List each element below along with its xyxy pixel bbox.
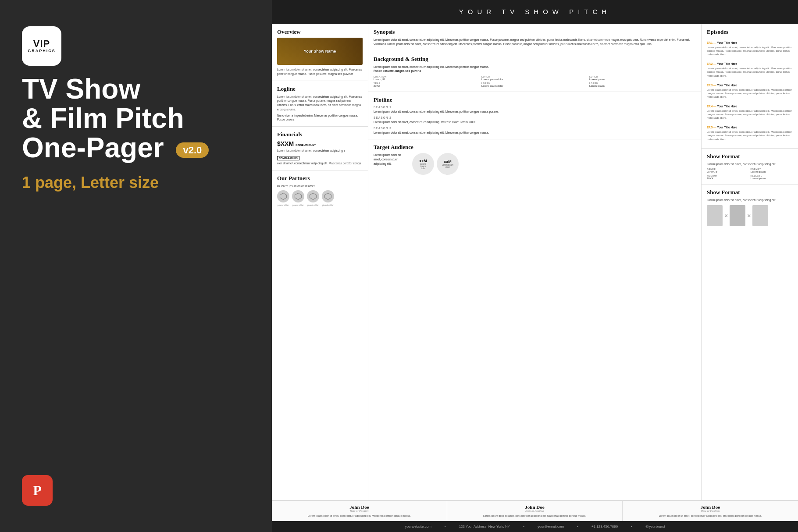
doc-header: YOUR TV SHOW PITCH — [272, 0, 798, 24]
episode-5: EP.5 — Your Title Here Lorem ipsum dolor… — [707, 122, 793, 141]
format-x-2: × — [747, 212, 751, 219]
background-info-grid: LOCATION Lorem, IP LOREM Lorem ipsum dol… — [374, 75, 696, 87]
raise-amount: $XXM — [277, 140, 294, 147]
partner-icon-4 — [322, 190, 334, 202]
footer-phone: +1 123.456.7890 — [591, 525, 618, 528]
show-format-top-title: Show Format — [707, 153, 793, 160]
left-panel: VIP GRAPHICS TV Show & Film Pitch One-Pa… — [0, 0, 272, 532]
team-role-1: Role or Position — [277, 510, 442, 512]
raise-label: raise amount — [296, 144, 316, 146]
financials-body: Lorem ipsum dolor sit amet, consectetuer… — [277, 149, 363, 153]
location-cell: LOCATION Lorem, IP — [374, 75, 480, 81]
team-bio-2: Lorem ipsum dolor sit amet, consectetuer… — [452, 514, 617, 518]
version-badge: v2.0 — [176, 142, 209, 158]
team-member-3: John Doe Role or Position Lorem ipsum do… — [623, 501, 798, 521]
lorem4-cell: LOREM Lorem ipsum — [589, 82, 696, 87]
logo-box: VIP GRAPHICS — [22, 26, 61, 66]
partners-subtitle: ## lorem ipsum dolor sit amet: — [277, 184, 363, 188]
partner-icon-2 — [292, 190, 304, 202]
logline-section: Logline Lorem ipsum dolor sit amet, cons… — [272, 81, 368, 127]
show-format-bottom-body: Lorem ipsum dolor sit amet, consectetur … — [707, 198, 793, 202]
season2-label: SEASON 2 — [374, 116, 696, 119]
lorem3-cell: LOREM Lorem ipsum dolor — [481, 82, 588, 87]
audience-desc-2: Lorem ipsumdolor — [442, 164, 453, 168]
footer-address: 123 Your Address, New York, NY — [459, 525, 510, 528]
audience-circle-2: xxM Lorem ipsumdolor — [437, 153, 459, 175]
background-bold: Fusce posuere, magna sed pulvina — [374, 69, 696, 73]
outer-container: VIP GRAPHICS TV Show & Film Pitch One-Pa… — [0, 0, 798, 532]
format-cell: FORMAT Lorem ipsum — [751, 168, 793, 173]
ep2-text: Lorem ipsum dolor sit amet, consectetuer… — [707, 67, 793, 77]
team-name-1: John Doe — [277, 504, 442, 510]
team-bio-1: Lorem ipsum dolor sit amet, consectetuer… — [277, 514, 442, 518]
logline-title: Logline — [277, 85, 363, 92]
ep5-title: Your Title Here — [716, 126, 737, 129]
team-name-2: John Doe — [452, 504, 617, 510]
right-panel: YOUR TV SHOW PITCH Overview Your Show Na… — [272, 0, 798, 532]
main-title: TV Show & Film Pitch One-Pager v2.0 — [22, 74, 250, 163]
synopsis-body: Lorem ipsum dolor sit amet, consectetuer… — [374, 38, 696, 46]
genre-cell: GENRE Lorem, IP — [707, 168, 749, 173]
overview-body: Lorem ipsum dolor sit amet, consectetuer… — [277, 67, 363, 76]
plotline-section: Plotline SEASON 1 Lorem ipsum dolor sit … — [368, 92, 701, 139]
doc-footer-team: John Doe Role or Position Lorem ipsum do… — [272, 500, 798, 521]
format-x-1: × — [724, 212, 728, 219]
episodes-section: Episodes EP.1 — Your Title Here Lorem ip… — [702, 24, 798, 149]
logo-vip: VIP — [33, 39, 50, 49]
season2-text: Lorem ipsum dolor sit amet, consectetuer… — [374, 120, 696, 124]
format-thumbs: × × — [707, 205, 793, 226]
target-audience-title: Target Audience — [374, 144, 696, 151]
season3-text: Lorem ipsum dolor sit amet, consectetuer… — [374, 131, 696, 135]
format-thumb-1 — [707, 205, 723, 226]
season3-label: SEASON 3 — [374, 127, 696, 130]
partner-icon-1 — [277, 190, 289, 202]
doc-col-mid: Synopsis Lorem ipsum dolor sit amet, con… — [368, 24, 702, 500]
background-section: Background & Setting Lorem ipsum dolor s… — [368, 51, 701, 92]
ep5-text: Lorem ipsum dolor sit amet, consectetuer… — [707, 130, 793, 141]
synopsis-section: Synopsis Lorem ipsum dolor sit amet, con… — [368, 24, 701, 51]
overview-image-text: Your Show Name — [304, 49, 336, 53]
ep1-title: Your Title Here — [716, 41, 737, 44]
ep5-number: EP.5 — — [707, 126, 716, 129]
svg-marker-1 — [295, 193, 302, 200]
plotline-title: Plotline — [374, 96, 696, 103]
team-bio-3: Lorem ipsum dolor sit amet, consectetuer… — [628, 514, 793, 518]
format-thumb-2 — [730, 205, 745, 226]
lorem1-cell: LOREM Lorem ipsum dolor — [481, 75, 588, 81]
footer-email: your@email.com — [538, 525, 564, 528]
background-body: Lorem ipsum dolor sit amet, consectetuer… — [374, 65, 696, 69]
episode-2: EP.2 — Your Title Here Lorem ipsum dolor… — [707, 59, 793, 77]
audience-stat-1: xxM Loremipsumdolor — [412, 153, 434, 175]
audience-number-2: xxM — [442, 160, 453, 164]
season1-label: SEASON 1 — [374, 106, 696, 109]
comparables-text: olor sit amet, consectetuer adip cing el… — [277, 161, 363, 166]
overview-image: Your Show Name — [277, 38, 363, 65]
season1-text: Lorem ipsum dolor sit amet, consectetuer… — [374, 110, 696, 114]
subtitle: 1 page, Letter size — [22, 174, 250, 192]
ep2-title: Your Title Here — [716, 62, 737, 65]
financials-section: Financials $XXM raise amount Lorem ipsum… — [272, 127, 368, 170]
show-format-bottom-title: Show Format — [707, 189, 793, 196]
synopsis-title: Synopsis — [374, 28, 696, 35]
team-member-2: John Doe Role or Position Lorem ipsum do… — [447, 501, 623, 521]
footer-social: @yourbrand — [645, 525, 665, 528]
logline-extra: Nunc viverra imperdiet enim. Maecenas po… — [277, 113, 363, 122]
year-cell: YEAR 20XX — [374, 82, 480, 87]
powerpoint-icon: P — [22, 475, 53, 506]
episode-3: EP.3 — Your Title Here Lorem ipsum dolor… — [707, 80, 793, 99]
ep4-number: EP.4 — — [707, 105, 716, 108]
doc-col-right: Episodes EP.1 — Your Title Here Lorem ip… — [702, 24, 798, 500]
audience-desc-1: Loremipsumdolor — [419, 163, 427, 170]
doc-body: Overview Your Show Name Lorem ipsum dolo… — [272, 24, 798, 500]
ep2-number: EP.2 — — [707, 62, 716, 65]
team-member-1: John Doe Role or Position Lorem ipsum do… — [272, 501, 447, 521]
partner-icons — [277, 190, 363, 202]
episode-1: EP.1 — Your Title Here Lorem ipsum dolor… — [707, 38, 793, 56]
logline-body: Lorem ipsum dolor sit amet, consectetuer… — [277, 95, 363, 112]
audience-number-1: xxM — [419, 159, 427, 163]
svg-marker-2 — [310, 193, 317, 200]
document: Overview Your Show Name Lorem ipsum dolo… — [272, 24, 798, 521]
show-format-top-body: Lorem ipsum dolor sit amet, consectetur … — [707, 162, 793, 167]
overview-section: Overview Your Show Name Lorem ipsum dolo… — [272, 24, 368, 81]
doc-col-left: Overview Your Show Name Lorem ipsum dolo… — [272, 24, 368, 500]
